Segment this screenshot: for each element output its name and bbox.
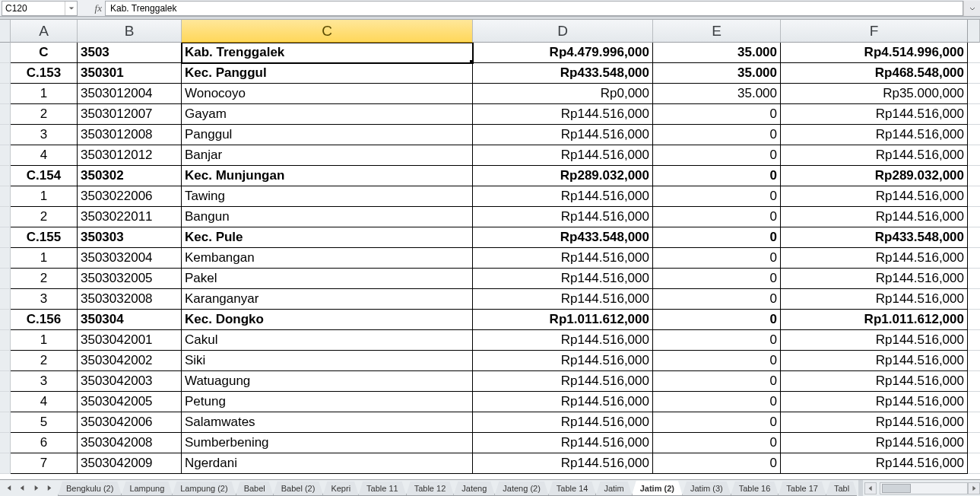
sheet-tab[interactable]: Jatim (3) [682, 482, 731, 496]
cell[interactable]: 3503042008 [78, 433, 182, 453]
cell[interactable]: Banjar [182, 145, 473, 166]
col-header-C[interactable]: C [182, 20, 473, 43]
cell[interactable]: 4 [11, 145, 78, 166]
cell[interactable]: Kec. Pule [182, 227, 473, 248]
cell[interactable]: 3503042001 [78, 330, 182, 351]
tab-scroll-splitter[interactable] [858, 480, 863, 496]
select-all-corner[interactable] [0, 20, 11, 43]
name-box[interactable]: C120 [2, 1, 78, 16]
sheet-tab[interactable]: Lampung [121, 482, 173, 496]
cell[interactable]: Cakul [182, 330, 473, 351]
cell[interactable]: Sumberbening [182, 433, 473, 453]
cell[interactable]: 0 [653, 145, 781, 166]
cell[interactable]: Rp144.516,000 [781, 104, 968, 125]
cell[interactable]: Rp0,000 [473, 84, 653, 104]
cell[interactable]: Rp144.516,000 [781, 330, 968, 351]
cell[interactable]: Watuagung [182, 371, 473, 392]
cell[interactable]: 0 [653, 248, 781, 269]
cell[interactable]: 3503042003 [78, 371, 182, 392]
cell[interactable]: Ngerdani [182, 453, 473, 474]
cell[interactable]: Rp1.011.612,000 [781, 310, 968, 330]
cell[interactable]: Rp144.516,000 [781, 186, 968, 207]
cell[interactable]: 350302 [78, 166, 182, 186]
row-gutter[interactable] [0, 330, 11, 351]
sheet-tab[interactable]: Tabl [826, 482, 857, 496]
col-header-D[interactable]: D [473, 20, 653, 43]
cell[interactable]: 3503022011 [78, 207, 182, 227]
cell[interactable]: 3503042009 [78, 453, 182, 474]
cell[interactable]: 0 [653, 269, 781, 289]
row-gutter[interactable] [0, 412, 11, 433]
col-header-A[interactable]: A [11, 20, 78, 43]
cell[interactable]: Rp144.516,000 [781, 433, 968, 453]
sheet-tab[interactable]: Babel (2) [273, 482, 324, 496]
tab-nav-first[interactable] [2, 482, 14, 494]
cell[interactable]: Rp144.516,000 [781, 289, 968, 310]
cell[interactable]: 5 [11, 412, 78, 433]
sheet-tab[interactable]: Table 16 [731, 482, 779, 496]
cell[interactable]: Rp144.516,000 [781, 125, 968, 145]
cell[interactable]: Rp289.032,000 [473, 166, 653, 186]
cell[interactable]: Rp144.516,000 [781, 207, 968, 227]
row-gutter[interactable] [0, 125, 11, 145]
cell[interactable]: Karanganyar [182, 289, 473, 310]
cell[interactable]: Kec. Panggul [182, 63, 473, 84]
tab-nav-last[interactable] [43, 482, 56, 494]
cell[interactable]: 3503012008 [78, 125, 182, 145]
cell[interactable]: 4 [11, 392, 78, 412]
col-header-F[interactable]: F [781, 20, 968, 43]
cell[interactable]: Rp144.516,000 [781, 392, 968, 412]
row-gutter[interactable] [0, 351, 11, 371]
cell[interactable]: Salamwates [182, 412, 473, 433]
name-box-dropdown-icon[interactable] [65, 2, 77, 15]
cell[interactable]: Rp468.548,000 [781, 63, 968, 84]
row-gutter[interactable] [0, 166, 11, 186]
cell[interactable]: 0 [653, 433, 781, 453]
cell[interactable]: Rp144.516,000 [473, 453, 653, 474]
col-header-E[interactable]: E [653, 20, 781, 43]
cell[interactable]: Rp144.516,000 [473, 145, 653, 166]
cell[interactable]: Rp144.516,000 [781, 351, 968, 371]
sheet-tab[interactable]: Jatim [595, 482, 632, 496]
cell[interactable]: 0 [653, 371, 781, 392]
cell[interactable]: 1 [11, 248, 78, 269]
row-gutter[interactable] [0, 207, 11, 227]
cell[interactable]: Rp144.516,000 [473, 433, 653, 453]
cell[interactable]: 3 [11, 125, 78, 145]
row-gutter[interactable] [0, 84, 11, 104]
row-gutter[interactable] [0, 269, 11, 289]
cell[interactable]: 2 [11, 104, 78, 125]
cell[interactable]: 350303 [78, 227, 182, 248]
cell[interactable]: Rp144.516,000 [473, 269, 653, 289]
cell[interactable]: Kec. Dongko [182, 310, 473, 330]
cell[interactable]: Rp144.516,000 [781, 371, 968, 392]
cell[interactable]: 0 [653, 310, 781, 330]
cell[interactable]: 0 [653, 351, 781, 371]
row-gutter[interactable] [0, 371, 11, 392]
cell[interactable]: 3503042006 [78, 412, 182, 433]
cell[interactable]: Rp144.516,000 [473, 186, 653, 207]
sheet-tab[interactable]: Jatim (2) [632, 481, 683, 496]
cell[interactable]: 1 [11, 84, 78, 104]
col-header-B[interactable]: B [78, 20, 182, 43]
cell[interactable]: 3503032005 [78, 269, 182, 289]
cell[interactable]: Kembangan [182, 248, 473, 269]
cell[interactable]: 3503012004 [78, 84, 182, 104]
grid-area[interactable]: C3503Kab. TrenggalekRp4.479.996,00035.00… [0, 43, 980, 479]
cell[interactable]: Rp144.516,000 [781, 145, 968, 166]
cell[interactable]: 0 [653, 412, 781, 433]
cell[interactable]: Rp433.548,000 [781, 227, 968, 248]
cell[interactable]: 1 [11, 330, 78, 351]
cell[interactable]: 35.000 [653, 43, 781, 63]
tab-nav-next[interactable] [30, 482, 42, 494]
cell[interactable]: 3503032004 [78, 248, 182, 269]
cell[interactable]: Rp144.516,000 [473, 330, 653, 351]
tab-nav-prev[interactable] [16, 482, 28, 494]
cell[interactable]: Rp4.479.996,000 [473, 43, 653, 63]
row-gutter[interactable] [0, 43, 11, 63]
cell[interactable]: 3503022006 [78, 186, 182, 207]
cell[interactable]: Panggul [182, 125, 473, 145]
cell[interactable]: 0 [653, 227, 781, 248]
sheet-tab[interactable]: Bengkulu (2) [58, 482, 122, 496]
cell[interactable]: 0 [653, 392, 781, 412]
